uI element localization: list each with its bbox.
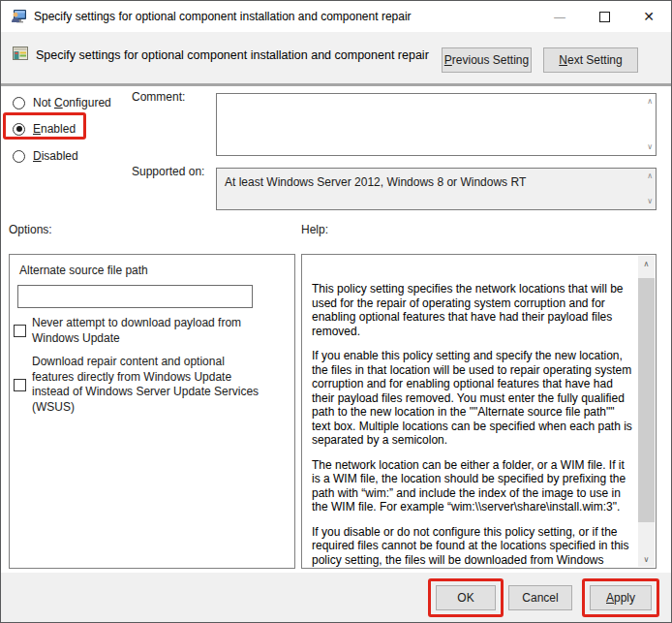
- help-paragraph: This policy setting specifies the networ…: [312, 282, 633, 338]
- setting-header: Specify settings for optional component …: [1, 32, 671, 86]
- apply-button[interactable]: Apply: [590, 585, 652, 610]
- radio-enabled-label: Enabled: [33, 122, 76, 136]
- dialog-footer: OK Cancel Apply: [1, 573, 671, 623]
- setting-title: Specify settings for optional component …: [36, 48, 429, 62]
- policy-setting-icon: [13, 46, 28, 61]
- never-download-checkbox[interactable]: [14, 325, 26, 337]
- alternate-source-path-label: Alternate source file path: [19, 264, 148, 277]
- checkbox-row-download-from-wu[interactable]: Download repair content and optional fea…: [14, 355, 269, 415]
- maximize-button[interactable]: [582, 1, 626, 32]
- scroll-down-icon[interactable]: ∨: [638, 551, 655, 567]
- help-text: This policy setting specifies the networ…: [312, 282, 633, 569]
- close-icon: ✕: [643, 9, 655, 24]
- radio-disabled[interactable]: Disabled: [13, 148, 78, 164]
- scroll-up-icon[interactable]: ∧: [647, 98, 653, 106]
- title-bar[interactable]: Specify settings for optional component …: [1, 1, 671, 32]
- help-scrollbar[interactable]: ∧ ∨: [638, 256, 655, 567]
- help-label: Help:: [301, 223, 328, 236]
- help-panel: This policy setting specifies the networ…: [301, 254, 657, 569]
- options-label: Options:: [9, 223, 52, 236]
- help-paragraph: If you disable or do not configure this …: [312, 525, 633, 570]
- comment-label: Comment:: [132, 90, 185, 104]
- radio-enabled[interactable]: Enabled: [13, 121, 76, 137]
- help-paragraph: If you enable this policy setting and sp…: [312, 349, 633, 448]
- supported-on-label: Supported on:: [132, 165, 204, 178]
- radio-disabled-circle[interactable]: [13, 150, 25, 163]
- next-setting-button[interactable]: Next Setting: [543, 47, 638, 73]
- supported-on-box: At least Windows Server 2012, Windows 8 …: [216, 168, 657, 210]
- minimize-icon: —: [554, 10, 566, 24]
- radio-not-configured[interactable]: Not Configured: [13, 95, 111, 110]
- maximize-icon: [599, 12, 610, 22]
- radio-selected-dot: [16, 126, 22, 132]
- radio-not-configured-circle[interactable]: [13, 97, 25, 109]
- close-button[interactable]: ✕: [626, 1, 671, 32]
- alternate-source-path-input[interactable]: [17, 285, 253, 308]
- download-from-wu-checkbox[interactable]: [14, 379, 26, 391]
- scroll-up-icon[interactable]: ∧: [647, 172, 653, 180]
- cancel-button[interactable]: Cancel: [508, 585, 572, 610]
- policy-computer-icon: [11, 9, 26, 24]
- window-title: Specify settings for optional component …: [34, 10, 412, 23]
- download-from-wu-label: Download repair content and optional fea…: [32, 355, 269, 415]
- supported-on-value: At least Windows Server 2012, Windows 8 …: [225, 175, 526, 189]
- radio-not-configured-label: Not Configured: [33, 96, 111, 109]
- minimize-button[interactable]: —: [537, 1, 582, 32]
- policy-setting-dialog: Specify settings for optional component …: [0, 0, 672, 623]
- ok-button[interactable]: OK: [436, 585, 496, 610]
- options-panel: Alternate source file path Never attempt…: [9, 254, 295, 569]
- never-download-label: Never attempt to download payload from W…: [32, 316, 260, 346]
- scroll-up-icon[interactable]: ∧: [638, 256, 655, 271]
- comment-textarea[interactable]: ∧ ∨: [216, 93, 657, 156]
- help-paragraph: The network location can be either a fol…: [312, 458, 633, 514]
- radio-enabled-circle[interactable]: [13, 123, 25, 136]
- scroll-down-icon[interactable]: ∨: [647, 143, 653, 151]
- scrollbar-thumb[interactable]: [638, 278, 655, 522]
- checkbox-row-never-download[interactable]: Never attempt to download payload from W…: [14, 316, 260, 346]
- scroll-down-icon[interactable]: ∨: [647, 198, 653, 205]
- radio-disabled-label: Disabled: [33, 149, 78, 163]
- previous-setting-button[interactable]: Previous Setting: [442, 47, 532, 73]
